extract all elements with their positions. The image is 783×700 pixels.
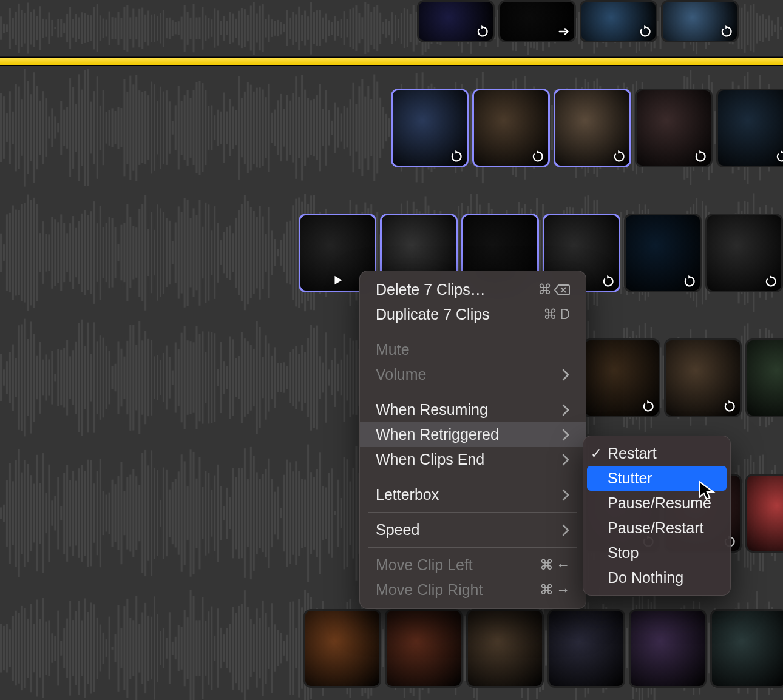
svg-rect-595 bbox=[202, 227, 203, 278]
svg-rect-31 bbox=[93, 7, 95, 50]
clip[interactable] bbox=[664, 338, 742, 417]
submenu-item-pause-resume[interactable]: Pause/Resume bbox=[583, 491, 730, 516]
clip[interactable] bbox=[498, 0, 576, 42]
svg-rect-847 bbox=[160, 360, 161, 395]
clip[interactable] bbox=[583, 338, 660, 417]
clip[interactable] bbox=[710, 609, 783, 688]
clip[interactable] bbox=[580, 0, 657, 42]
playhead-bar[interactable] bbox=[0, 57, 783, 66]
menu-item-letterbox[interactable]: Letterbox bbox=[360, 482, 586, 507]
svg-rect-313 bbox=[151, 82, 152, 174]
svg-rect-28 bbox=[84, 13, 86, 43]
svg-rect-608 bbox=[241, 204, 243, 301]
svg-rect-6 bbox=[18, 4, 20, 53]
svg-rect-115 bbox=[347, 19, 348, 38]
svg-rect-912 bbox=[355, 340, 357, 415]
clip[interactable] bbox=[472, 89, 550, 167]
retrigger-submenu[interactable]: ✓RestartStutterPause/ResumePause/Restart… bbox=[583, 436, 731, 596]
svg-rect-899 bbox=[316, 326, 318, 430]
svg-rect-293 bbox=[90, 102, 92, 154]
svg-rect-102 bbox=[307, 16, 309, 40]
svg-rect-1058 bbox=[3, 505, 5, 522]
svg-rect-327 bbox=[193, 90, 195, 165]
clip[interactable] bbox=[635, 89, 713, 167]
svg-rect-581 bbox=[160, 208, 161, 297]
svg-rect-1066 bbox=[27, 464, 29, 562]
menu-item-when-resuming[interactable]: When Resuming bbox=[360, 397, 586, 422]
svg-rect-316 bbox=[160, 87, 161, 169]
clip[interactable] bbox=[385, 609, 463, 688]
svg-rect-378 bbox=[347, 108, 348, 148]
submenu-item-stop[interactable]: Stop bbox=[583, 540, 730, 565]
submenu-item-do-nothing[interactable]: Do Nothing bbox=[583, 565, 730, 590]
svg-rect-267 bbox=[12, 112, 14, 144]
timeline-track[interactable] bbox=[0, 66, 783, 190]
clip[interactable] bbox=[716, 89, 783, 167]
svg-rect-1120 bbox=[190, 449, 192, 576]
svg-rect-610 bbox=[247, 201, 249, 304]
svg-rect-1363 bbox=[129, 618, 131, 679]
svg-rect-594 bbox=[198, 200, 200, 305]
loop-icon bbox=[450, 150, 463, 163]
clip[interactable] bbox=[624, 214, 702, 292]
svg-rect-1347 bbox=[81, 620, 83, 676]
menu-item-delete-7-clips[interactable]: Delete 7 Clips…⌘ bbox=[360, 277, 586, 302]
clip[interactable] bbox=[629, 609, 707, 688]
svg-rect-11 bbox=[33, 9, 35, 47]
svg-rect-1121 bbox=[193, 452, 195, 574]
clip[interactable] bbox=[417, 0, 495, 42]
svg-rect-851 bbox=[172, 371, 174, 385]
clip[interactable] bbox=[745, 474, 783, 553]
clip[interactable] bbox=[391, 89, 469, 167]
svg-rect-1172 bbox=[347, 459, 348, 567]
svg-rect-21 bbox=[63, 23, 65, 33]
svg-rect-296 bbox=[100, 106, 101, 150]
svg-rect-64 bbox=[193, 4, 195, 53]
clip[interactable] bbox=[554, 89, 631, 167]
menu-item-when-retriggered[interactable]: When Retriggered bbox=[360, 422, 586, 447]
menu-item-duplicate-7-clips[interactable]: Duplicate 7 Clips⌘D bbox=[360, 302, 586, 327]
svg-marker-791 bbox=[607, 275, 610, 278]
clip[interactable] bbox=[547, 609, 625, 688]
svg-rect-60 bbox=[181, 17, 183, 40]
svg-rect-361 bbox=[295, 76, 297, 179]
svg-rect-1397 bbox=[232, 607, 234, 690]
clip[interactable] bbox=[745, 338, 783, 417]
svg-rect-264 bbox=[3, 96, 5, 159]
svg-rect-1098 bbox=[123, 491, 125, 536]
svg-rect-1331 bbox=[33, 624, 35, 673]
svg-rect-97 bbox=[292, 12, 294, 45]
svg-rect-27 bbox=[81, 12, 83, 44]
loop-icon bbox=[683, 275, 696, 288]
svg-rect-869 bbox=[226, 366, 228, 389]
svg-rect-593 bbox=[196, 215, 198, 291]
svg-rect-137 bbox=[413, 5, 415, 51]
menu-item-when-clips-end[interactable]: When Clips End bbox=[360, 447, 586, 472]
svg-rect-529 bbox=[3, 244, 5, 261]
clip[interactable] bbox=[705, 214, 783, 292]
context-menu[interactable]: Delete 7 Clips…⌘Duplicate 7 Clips⌘DMuteV… bbox=[359, 271, 586, 609]
svg-rect-798 bbox=[12, 345, 14, 411]
svg-rect-542 bbox=[42, 221, 44, 284]
svg-rect-600 bbox=[217, 223, 219, 283]
svg-rect-100 bbox=[301, 15, 303, 41]
submenu-item-stutter[interactable]: Stutter bbox=[587, 466, 727, 491]
timeline-track[interactable] bbox=[0, 0, 783, 57]
clip[interactable] bbox=[466, 609, 544, 688]
svg-rect-1081 bbox=[72, 471, 74, 556]
submenu-item-restart[interactable]: ✓Restart bbox=[583, 441, 730, 466]
svg-rect-862 bbox=[205, 352, 206, 403]
svg-rect-1387 bbox=[202, 597, 203, 699]
svg-rect-531 bbox=[9, 213, 11, 292]
svg-rect-286 bbox=[69, 78, 71, 177]
svg-rect-817 bbox=[69, 356, 71, 399]
clip[interactable] bbox=[661, 0, 739, 42]
svg-rect-868 bbox=[223, 361, 225, 394]
svg-rect-309 bbox=[138, 90, 140, 165]
submenu-item-pause-restart[interactable]: Pause/Restart bbox=[583, 516, 730, 540]
svg-rect-539 bbox=[33, 198, 35, 308]
menu-item-speed[interactable]: Speed bbox=[360, 517, 586, 542]
svg-rect-803 bbox=[27, 339, 29, 416]
clip[interactable] bbox=[303, 609, 381, 688]
svg-rect-62 bbox=[187, 12, 189, 45]
